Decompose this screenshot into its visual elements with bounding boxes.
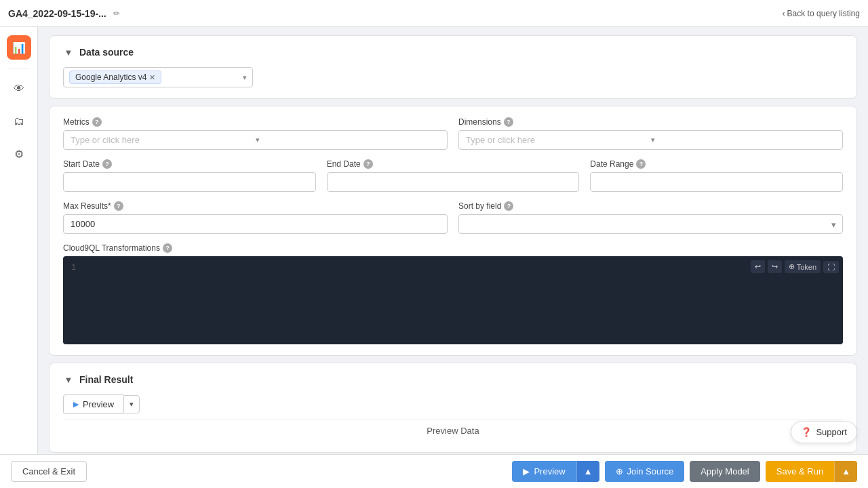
sort-by-wrapper <box>458 214 843 234</box>
expand-button[interactable]: ⛶ <box>823 261 839 273</box>
metrics-help-icon[interactable]: ? <box>92 117 102 127</box>
sort-by-label: Sort by field ? <box>458 201 843 211</box>
start-date-label: Start Date ? <box>63 159 316 169</box>
data-source-title: Data source <box>79 47 134 58</box>
redo-icon: ↪ <box>772 262 778 271</box>
dimensions-field: Dimensions ? Type or click here ▾ <box>458 117 843 150</box>
sidebar-item-data[interactable]: 🗂 <box>7 109 31 134</box>
dimensions-chevron-icon: ▾ <box>651 136 836 144</box>
redo-button[interactable]: ↪ <box>768 260 782 273</box>
data-source-tag: Google Analytics v4 ✕ <box>69 70 161 84</box>
join-source-plus-icon: ⊕ <box>616 466 623 476</box>
sort-by-select[interactable] <box>458 214 843 234</box>
dimensions-label: Dimensions ? <box>458 117 843 127</box>
tag-remove-icon[interactable]: ✕ <box>149 73 155 82</box>
data-source-header: ▼ Data source <box>63 47 843 58</box>
max-results-field: Max Results* ? <box>63 201 448 234</box>
date-fields-row: Start Date ? End Date ? Date Range ? <box>63 159 843 192</box>
save-run-chevron[interactable]: ▲ <box>834 461 857 482</box>
undo-button[interactable]: ↩ <box>751 260 765 273</box>
settings-icon: ⚙ <box>14 148 24 161</box>
start-date-help-icon[interactable]: ? <box>102 159 112 169</box>
sort-by-field: Sort by field ? <box>458 201 843 234</box>
preview-bottom-chevron[interactable]: ▲ <box>576 461 599 482</box>
support-icon: ❓ <box>801 427 812 437</box>
apply-model-button[interactable]: Apply Model <box>690 461 760 482</box>
sort-by-help-icon[interactable]: ? <box>504 201 513 211</box>
cancel-exit-button[interactable]: Cancel & Exit <box>11 461 87 482</box>
metrics-dimensions-card: Metrics ? Type or click here ▾ Dimension… <box>49 106 857 356</box>
dimensions-dropdown[interactable]: Type or click here ▾ <box>458 130 843 150</box>
final-result-header: ▼ Final Result <box>63 374 843 385</box>
metrics-label: Metrics ? <box>63 117 448 127</box>
date-range-label: Date Range ? <box>590 159 843 169</box>
page-title: GA4_2022-09-15-19-... <box>8 8 106 19</box>
preview-play-icon: ▶ <box>523 466 530 476</box>
save-run-chevron-icon: ▲ <box>842 466 850 476</box>
end-date-input[interactable] <box>327 172 580 192</box>
preview-bottom-chevron-icon: ▲ <box>584 466 593 476</box>
max-results-sort-row: Max Results* ? Sort by field ? <box>63 201 843 234</box>
metrics-field: Metrics ? Type or click here ▾ <box>63 117 448 150</box>
support-button[interactable]: ❓ Support <box>791 421 857 443</box>
data-source-select[interactable]: Google Analytics v4 ✕ ▾ <box>63 67 253 87</box>
max-results-label: Max Results* ? <box>63 201 448 211</box>
main-layout: 📊 👁 🗂 ⚙ ▼ Data source Google Analytics v… <box>0 27 868 488</box>
final-result-toggle[interactable]: ▼ <box>63 374 74 385</box>
metrics-dropdown[interactable]: Type or click here ▾ <box>63 130 448 150</box>
end-date-label: End Date ? <box>327 159 580 169</box>
cloudsql-field: Cloud9QL Transformations ? ↩ ↪ ⊕ Token <box>63 243 843 344</box>
end-date-field: End Date ? <box>327 159 580 192</box>
edit-icon[interactable]: ✏ <box>113 9 120 18</box>
expand-icon: ⛶ <box>827 263 835 271</box>
final-result-card: ▼ Final Result ▶ Preview ▾ Preview Data <box>49 363 857 453</box>
preview-bottom-button[interactable]: ▶ Preview <box>512 461 576 482</box>
start-date-input[interactable] <box>63 172 316 192</box>
preview-data-bar: Preview Data <box>63 420 843 441</box>
back-link[interactable]: ‹ Back to query listing <box>783 9 860 18</box>
cloudsql-help-icon[interactable]: ? <box>163 243 172 253</box>
preview-btn-group: ▶ Preview ▾ <box>63 394 843 414</box>
metrics-chevron-icon: ▾ <box>256 136 441 144</box>
sidebar-divider-1 <box>9 68 29 68</box>
date-range-input[interactable] <box>590 172 843 192</box>
save-run-button[interactable]: Save & Run <box>766 461 834 482</box>
sidebar-item-settings[interactable]: ⚙ <box>7 142 31 166</box>
cloudsql-label: Cloud9QL Transformations ? <box>63 243 843 253</box>
undo-icon: ↩ <box>755 262 761 271</box>
max-results-help-icon[interactable]: ? <box>114 201 123 211</box>
token-icon: ⊕ <box>789 262 795 271</box>
data-icon: 🗂 <box>14 115 24 127</box>
back-arrow-icon: ‹ <box>783 9 785 18</box>
preview-chevron-icon: ▾ <box>130 400 134 408</box>
preview-section: ▶ Preview ▾ Preview Data <box>63 394 843 441</box>
sidebar: 📊 👁 🗂 ⚙ <box>0 27 38 488</box>
dimensions-help-icon[interactable]: ? <box>504 117 513 127</box>
date-range-field: Date Range ? <box>590 159 843 192</box>
metrics-dimensions-row: Metrics ? Type or click here ▾ Dimension… <box>63 117 843 150</box>
final-result-title: Final Result <box>79 374 133 385</box>
join-source-button[interactable]: ⊕ Join Source <box>605 461 685 482</box>
select-arrow-icon: ▾ <box>243 73 247 82</box>
sidebar-item-eye[interactable]: 👁 <box>7 77 31 101</box>
preview-main-button[interactable]: ▶ Preview <box>63 394 123 414</box>
data-source-card: ▼ Data source Google Analytics v4 ✕ ▾ <box>49 35 857 99</box>
line-number: 1 <box>71 263 76 272</box>
play-icon: ▶ <box>73 400 79 409</box>
data-source-toggle[interactable]: ▼ <box>63 47 74 58</box>
top-bar: GA4_2022-09-15-19-... ✏ ‹ Back to query … <box>0 0 868 27</box>
editor-container: ↩ ↪ ⊕ Token ⛶ 1 <box>63 256 843 344</box>
chart-icon: 📊 <box>12 41 26 54</box>
eye-icon: 👁 <box>14 83 24 95</box>
token-button[interactable]: ⊕ Token <box>785 260 821 273</box>
editor-content[interactable]: 1 <box>68 262 837 329</box>
start-date-field: Start Date ? <box>63 159 316 192</box>
end-date-help-icon[interactable]: ? <box>363 159 373 169</box>
date-range-help-icon[interactable]: ? <box>636 159 646 169</box>
editor-toolbar: ↩ ↪ ⊕ Token ⛶ <box>751 260 839 273</box>
data-source-row: Google Analytics v4 ✕ ▾ <box>63 67 843 87</box>
bottom-right-buttons: ▶ Preview ▲ ⊕ Join Source Apply Model Sa… <box>512 461 857 482</box>
max-results-input[interactable] <box>63 214 448 234</box>
preview-chevron-button[interactable]: ▾ <box>123 395 140 413</box>
sidebar-item-chart[interactable]: 📊 <box>7 35 31 60</box>
